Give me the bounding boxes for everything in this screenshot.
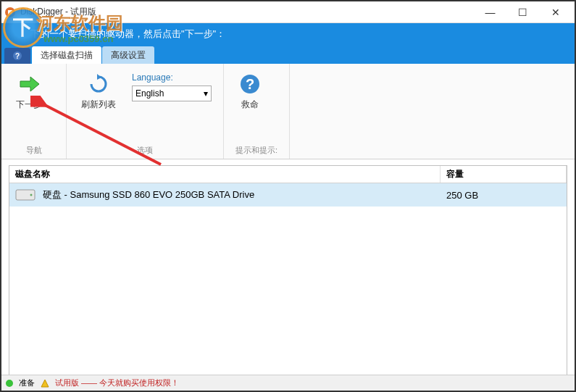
tab-scan-disk[interactable]: 选择磁盘扫描 bbox=[32, 46, 101, 64]
ribbon-group-options: 刷新列表 Language: English ▾ 选项 bbox=[67, 64, 224, 159]
help-icon: ? bbox=[238, 72, 262, 96]
language-block: Language: English ▾ bbox=[132, 70, 212, 101]
ribbon-group-options-label: 选项 bbox=[78, 142, 212, 157]
next-button[interactable]: 下一步 bbox=[13, 70, 45, 114]
language-label: Language: bbox=[132, 72, 212, 83]
cell-disk-size: 250 GB bbox=[441, 190, 567, 201]
window-title: DiskDigger - 试用版 bbox=[20, 6, 474, 18]
minimize-button[interactable]: — bbox=[474, 2, 506, 22]
close-button[interactable]: ✕ bbox=[539, 2, 572, 22]
status-trial: 试用版 —— 今天就购买使用权限！ bbox=[55, 378, 179, 388]
table-row[interactable]: 硬盘 - Samsung SSD 860 EVO 250GB SATA Driv… bbox=[9, 183, 567, 207]
svg-point-7 bbox=[30, 194, 33, 196]
help-tab[interactable]: ? bbox=[4, 48, 30, 64]
titlebar: DiskDigger - 试用版 — ☐ ✕ bbox=[1, 1, 575, 23]
ribbon-group-nav: 下一步 导航 bbox=[1, 64, 67, 159]
svg-rect-1 bbox=[8, 10, 12, 14]
next-label: 下一步 bbox=[16, 99, 42, 111]
svg-text:?: ? bbox=[15, 52, 20, 60]
instruction-banner: 下的一个要扫描的驱动器，然后点击"下一步"： bbox=[1, 23, 575, 45]
ribbon-group-hints: ? 救命 提示和提示: bbox=[224, 64, 290, 159]
warning-icon bbox=[41, 379, 49, 388]
window-controls: — ☐ ✕ bbox=[474, 2, 572, 22]
instruction-text: 下的一个要扫描的驱动器，然后点击"下一步"： bbox=[30, 28, 225, 41]
refresh-icon bbox=[87, 72, 110, 96]
disk-name-text: 硬盘 - Samsung SSD 860 EVO 250GB SATA Driv… bbox=[43, 188, 254, 201]
ribbon-group-hints-label: 提示和提示: bbox=[235, 142, 277, 157]
ribbon: 下一步 导航 刷新列表 Language: English ▾ 选项 bbox=[1, 64, 575, 159]
app-icon bbox=[4, 7, 16, 18]
column-header-name[interactable]: 磁盘名称 bbox=[9, 166, 441, 183]
status-ready: 准备 bbox=[19, 378, 35, 388]
cell-disk-name: 硬盘 - Samsung SSD 860 EVO 250GB SATA Driv… bbox=[9, 188, 441, 202]
chevron-down-icon: ▾ bbox=[204, 88, 208, 99]
hard-drive-icon bbox=[15, 188, 36, 202]
column-header-size[interactable]: 容量 bbox=[441, 166, 567, 183]
statusbar: 准备 试用版 —— 今天就购买使用权限！ bbox=[1, 375, 575, 391]
tab-strip: ? 选择磁盘扫描 高级设置 bbox=[1, 45, 575, 64]
status-indicator-icon bbox=[6, 380, 13, 387]
tab-advanced[interactable]: 高级设置 bbox=[102, 46, 154, 64]
language-select[interactable]: English ▾ bbox=[132, 86, 212, 101]
arrow-right-icon bbox=[17, 72, 41, 96]
svg-text:?: ? bbox=[246, 76, 254, 92]
maximize-button[interactable]: ☐ bbox=[506, 2, 539, 22]
language-value: English bbox=[135, 88, 164, 99]
help-label: 救命 bbox=[241, 99, 259, 111]
refresh-label: 刷新列表 bbox=[81, 99, 116, 111]
table-header: 磁盘名称 容量 bbox=[9, 166, 567, 183]
disk-table: 磁盘名称 容量 硬盘 - Samsung SSD 860 EVO 250GB S… bbox=[9, 165, 567, 375]
ribbon-group-nav-label: 导航 bbox=[13, 142, 54, 157]
help-button[interactable]: ? 救命 bbox=[235, 70, 264, 114]
refresh-button[interactable]: 刷新列表 bbox=[78, 70, 119, 114]
